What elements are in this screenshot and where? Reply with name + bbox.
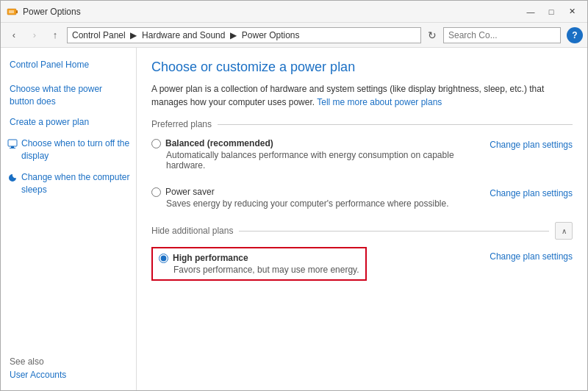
preferred-plans-line — [218, 124, 573, 125]
title-bar-controls: — □ ✕ — [521, 4, 581, 20]
window-title: Power Options — [23, 7, 521, 17]
sidebar-item-user-accounts[interactable]: User Accounts — [1, 368, 136, 381]
search-input[interactable] — [443, 27, 561, 43]
window-icon — [7, 6, 18, 18]
window: Power Options — □ ✕ ‹ › ↑ ↻ ? Control Pa… — [0, 0, 588, 391]
sidebar-item-create-plan[interactable]: Create a power plan — [1, 114, 136, 131]
sidebar-item-display-off[interactable]: Choose when to turn off the display — [1, 135, 136, 165]
sleep-icon — [7, 172, 18, 184]
up-button[interactable]: ↑ — [46, 26, 64, 44]
page-title: Choose or customize a power plan — [151, 60, 573, 75]
high-performance-change-link[interactable]: Change plan settings — [490, 250, 573, 262]
svg-rect-5 — [10, 148, 15, 148]
plan-balanced: Balanced (recommended) Automatically bal… — [151, 135, 573, 173]
high-performance-label[interactable]: High performance — [173, 253, 248, 263]
power-saver-plan-name-row: Power saver — [151, 187, 490, 197]
svg-rect-4 — [11, 146, 14, 148]
additional-plans-label: Hide additional plans — [151, 226, 239, 236]
address-bar: ‹ › ↑ ↻ ? — [1, 23, 587, 48]
back-button[interactable]: ‹ — [5, 26, 23, 44]
power-saver-radio[interactable] — [151, 187, 161, 197]
additional-plans-header: Hide additional plans ∧ — [151, 222, 573, 240]
balanced-desc: Automatically balances performance with … — [166, 150, 490, 171]
plan-high-performance-row: High performance Favors performance, but… — [151, 247, 573, 284]
power-saver-label[interactable]: Power saver — [165, 187, 215, 197]
additional-plans-line — [239, 231, 549, 232]
tell-more-link[interactable]: Tell me more about power plans — [317, 97, 442, 107]
balanced-radio[interactable] — [151, 139, 161, 148]
svg-rect-3 — [8, 140, 17, 146]
title-bar: Power Options — □ ✕ — [1, 1, 587, 23]
sidebar-item-sleep-label: Change when the computer sleeps — [21, 171, 130, 196]
refresh-button[interactable]: ↻ — [424, 27, 440, 43]
balanced-change-link[interactable]: Change plan settings — [490, 138, 573, 150]
plan-power-saver: Power saver Saves energy by reducing you… — [151, 184, 573, 212]
maximize-button[interactable]: □ — [542, 4, 561, 20]
content-area: Choose or customize a power plan A power… — [137, 48, 587, 390]
high-performance-box: High performance Favors performance, but… — [151, 247, 367, 281]
description-text: A power plan is a collection of hardware… — [151, 82, 573, 109]
high-performance-radio[interactable] — [159, 254, 168, 263]
additional-plans-section: Hide additional plans ∧ High performance… — [151, 222, 573, 284]
sidebar-item-power-button[interactable]: Choose what the power button does — [1, 81, 136, 110]
preferred-plans-label: Preferred plans — [151, 119, 218, 129]
sidebar-item-display-off-label: Choose when to turn off the display — [21, 137, 130, 162]
forward-button[interactable]: › — [26, 26, 43, 44]
svg-rect-1 — [16, 10, 18, 13]
balanced-label[interactable]: Balanced (recommended) — [165, 138, 273, 148]
minimize-button[interactable]: — — [521, 4, 540, 20]
sidebar-item-control-panel-home[interactable]: Control Panel Home — [1, 57, 136, 73]
balanced-plan-name-row: Balanced (recommended) — [151, 138, 490, 148]
high-performance-name-row: High performance — [159, 253, 359, 263]
close-button[interactable]: ✕ — [562, 4, 581, 20]
svg-rect-2 — [9, 10, 14, 13]
preferred-plans-header: Preferred plans — [151, 119, 573, 129]
sidebar-item-sleep[interactable]: Change when the computer sleeps — [1, 169, 136, 198]
address-input[interactable] — [67, 27, 421, 43]
high-performance-desc: Favors performance, but may use more ene… — [173, 265, 359, 275]
see-also-label: See also — [1, 351, 136, 368]
main-area: Control Panel Home Choose what the power… — [1, 48, 587, 390]
power-saver-desc: Saves energy by reducing your computer's… — [166, 198, 490, 209]
power-saver-change-link[interactable]: Change plan settings — [490, 187, 573, 198]
sidebar: Control Panel Home Choose what the power… — [1, 48, 137, 390]
collapse-chevron[interactable]: ∧ — [555, 222, 573, 240]
display-off-icon — [7, 138, 18, 150]
help-button[interactable]: ? — [567, 27, 583, 43]
